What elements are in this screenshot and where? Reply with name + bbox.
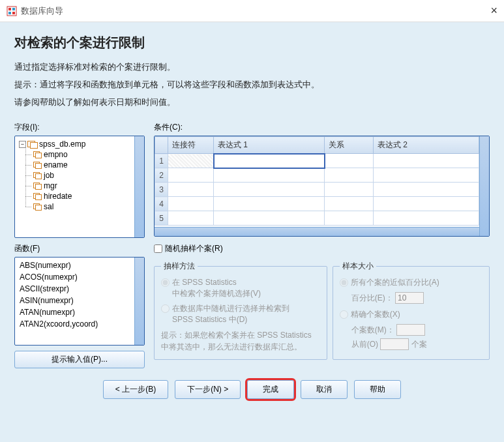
field-icon (33, 172, 41, 179)
next-button[interactable]: 下一步(N) > (175, 380, 241, 399)
field-icon (33, 151, 41, 158)
titlebar: 数据库向导 × (0, 0, 504, 22)
sampling-opt-db (161, 304, 170, 313)
tree-field[interactable]: sal (18, 201, 141, 212)
conditions-label: 条件(C): (154, 122, 490, 133)
from-input (380, 338, 409, 350)
random-sample-label: 随机抽样个案(R) (165, 243, 223, 254)
cell-expr1[interactable] (214, 154, 325, 168)
grid-row[interactable]: 5 (155, 211, 479, 226)
field-icon (33, 203, 41, 210)
sampling-method-group: 抽样方法 在 SPSS Statistics中检索个案并随机选择(V) 在数据库… (154, 261, 327, 360)
from-label: 从前(O) (351, 340, 378, 349)
app-icon (7, 6, 17, 16)
scrollbar-v[interactable] (479, 136, 489, 236)
tree-root[interactable]: − spss_db.emp (18, 139, 141, 149)
sampling-hint: 提示：如果您检索个案并在 SPSS Statistics 中将其选中，那么无法进… (161, 329, 320, 353)
cell-connector[interactable] (168, 154, 214, 168)
svg-rect-3 (8, 12, 11, 14)
function-item[interactable]: ATAN(numexpr) (17, 306, 142, 318)
conditions-grid[interactable]: 连接符 表达式 1 关系 表达式 2 1 2 3 4 5 (154, 136, 490, 237)
tree-field[interactable]: ename (18, 160, 141, 170)
finish-button[interactable]: 完成 (247, 380, 294, 399)
sample-size-group: 样本大小 所有个案的近似百分比(A) 百分比(E)： 精确个案数(X) (333, 261, 490, 360)
desc-line-1: 通过指定选择标准对检索的个案进行限制。 (14, 61, 490, 74)
cell-expr2[interactable] (374, 154, 479, 168)
tree-field[interactable]: empno (18, 149, 141, 160)
function-item[interactable]: ASCII(strexpr) (17, 283, 142, 295)
desc-line-3: 请参阅帮助以了解如何表示日期和时间值。 (14, 96, 490, 110)
fields-tree[interactable]: − spss_db.emp empno ename job mgr hireda… (14, 136, 145, 238)
sampling-opt-spss (161, 278, 170, 287)
svg-rect-4 (12, 12, 15, 14)
close-button[interactable]: × (490, 4, 497, 18)
wizard-buttons: < 上一步(B) 下一步(N) > 完成 取消 帮助 (14, 380, 490, 399)
field-icon (33, 162, 41, 168)
back-button[interactable]: < 上一步(B) (103, 380, 168, 399)
random-sample-check[interactable]: 随机抽样个案(R) (154, 243, 490, 254)
function-item[interactable]: ASIN(numexpr) (17, 295, 142, 306)
table-icon (27, 141, 37, 147)
tree-field[interactable]: hiredate (18, 191, 141, 201)
pct-label: 百分比(E)： (351, 293, 393, 302)
functions-list[interactable]: ABS(numexpr) ACOS(numexpr) ASCII(strexpr… (14, 257, 145, 346)
cancel-button[interactable]: 取消 (301, 380, 348, 399)
grid-row[interactable]: 4 (155, 197, 479, 211)
sampling-legend: 抽样方法 (161, 261, 198, 272)
exact-input (396, 324, 425, 336)
sample-size-legend: 样本大小 (340, 261, 376, 272)
window-title: 数据库向导 (21, 5, 63, 17)
random-sample-checkbox[interactable] (154, 244, 162, 253)
field-icon (33, 183, 41, 189)
tree-root-label: spss_db.emp (39, 140, 85, 149)
size-opt-exact (340, 310, 348, 319)
col-expr1[interactable]: 表达式 1 (214, 137, 325, 154)
function-item[interactable]: ABS(numexpr) (17, 259, 142, 271)
page-heading: 对检索的个案进行限制 (14, 34, 490, 52)
field-icon (33, 193, 41, 199)
col-connector[interactable]: 连接符 (168, 137, 214, 154)
grid-corner (155, 137, 168, 154)
grid-row[interactable]: 1 (155, 154, 479, 168)
help-button[interactable]: 帮助 (354, 380, 401, 399)
scrollbar-h[interactable] (155, 227, 479, 236)
tree-field[interactable]: mgr (18, 181, 141, 191)
content-area: 对检索的个案进行限制 通过指定选择标准对检索的个案进行限制。 提示：通过将字段和… (0, 22, 504, 442)
col-relation[interactable]: 关系 (325, 137, 374, 154)
function-item[interactable]: ACOS(numexpr) (17, 271, 142, 283)
from-suffix: 个案 (411, 340, 427, 349)
grid-row[interactable]: 2 (155, 168, 479, 183)
function-item[interactable]: ATAN2(xcoord,ycoord) (17, 318, 142, 330)
fields-label: 字段(I): (14, 122, 145, 133)
size-opt-pct (340, 278, 348, 287)
tree-field[interactable]: job (18, 170, 141, 181)
desc-line-2: 提示：通过将字段和函数拖放到单元格，可以将这些字段和函数添加到表达式中。 (14, 78, 490, 92)
grid-row[interactable]: 3 (155, 183, 479, 197)
svg-rect-2 (12, 8, 15, 10)
pct-input (395, 292, 424, 304)
cell-relation[interactable] (325, 154, 374, 168)
exact-label: 个案数(M)： (351, 325, 394, 334)
prompt-value-button[interactable]: 提示输入值(P)... (14, 351, 145, 368)
col-expr2[interactable]: 表达式 2 (374, 137, 479, 154)
scrollbar[interactable] (134, 258, 144, 345)
functions-label: 函数(F) (14, 243, 145, 254)
scrollbar[interactable] (134, 136, 144, 237)
svg-rect-1 (8, 8, 11, 10)
